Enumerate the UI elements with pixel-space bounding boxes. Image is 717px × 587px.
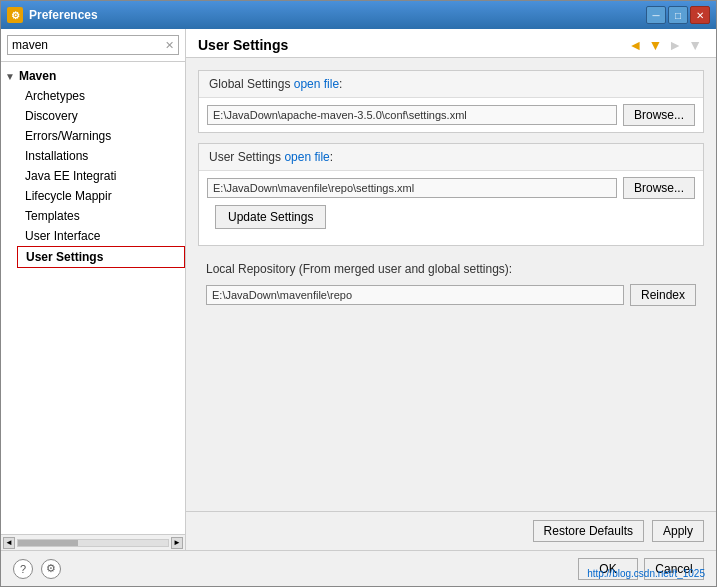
reindex-button[interactable]: Reindex [630,284,696,306]
scroll-right-arrow[interactable]: ► [171,537,183,549]
help-icon[interactable]: ? [13,559,33,579]
title-bar: ⚙ Preferences ─ □ ✕ [1,1,716,29]
tree-item-discovery[interactable]: Discovery [17,106,185,126]
tree-item-templates[interactable]: Templates [17,206,185,226]
tree-item-archetypes[interactable]: Archetypes [17,86,185,106]
restore-defaults-button[interactable]: Restore Defaults [533,520,644,542]
search-clear-icon[interactable]: ✕ [165,39,174,52]
window-bottom: ? ⚙ OK Cancel http://blog.csdn.net/t_102… [1,550,716,586]
tree-maven-parent[interactable]: ▼ Maven [1,66,185,86]
global-settings-header: Global Settings open file: [199,71,703,98]
window-title: Preferences [29,8,646,22]
panel-title: User Settings [198,37,288,53]
user-settings-open-link[interactable]: open file [284,150,329,164]
minimize-button[interactable]: ─ [646,6,666,24]
window-icon: ⚙ [7,7,23,23]
right-panel: User Settings ◄ ▼ ► ▼ Global Settings op… [186,29,716,550]
triangle-icon: ▼ [5,71,15,82]
global-settings-path: E:\JavaDown\apache-maven-3.5.0\conf\sett… [207,105,617,125]
global-settings-browse-button[interactable]: Browse... [623,104,695,126]
tree-item-installations[interactable]: Installations [17,146,185,166]
global-settings-open-link[interactable]: open file [294,77,339,91]
user-settings-suffix: : [330,150,333,164]
local-repo-section: Local Repository (From merged user and g… [198,256,704,314]
tree-children: Archetypes Discovery Errors/Warnings Ins… [1,86,185,268]
preferences-icon[interactable]: ⚙ [41,559,61,579]
sidebar: ✕ ▼ Maven Archetypes Discovery Errors/W [1,29,186,550]
local-repo-path: E:\JavaDown\mavenfile\repo [206,285,624,305]
search-wrapper: ✕ [7,35,179,55]
back-button[interactable]: ◄ [627,37,645,53]
user-settings-label: User Settings [209,150,284,164]
global-settings-row: E:\JavaDown\apache-maven-3.5.0\conf\sett… [199,98,703,132]
update-settings-button[interactable]: Update Settings [215,205,326,229]
update-settings-container: Update Settings [199,205,703,245]
tree-item-lifecycle[interactable]: Lifecycle Mappir [17,186,185,206]
user-settings-header: User Settings open file: [199,144,703,171]
tree: ▼ Maven Archetypes Discovery Errors/Warn… [1,62,185,534]
user-settings-row: E:\JavaDown\mavenfile\repo\settings.xml … [199,171,703,205]
close-button[interactable]: ✕ [690,6,710,24]
status-bar: http://blog.csdn.net/t_1025 [587,568,705,579]
preferences-window: ⚙ Preferences ─ □ ✕ ✕ ▼ Maven [0,0,717,587]
apply-button[interactable]: Apply [652,520,704,542]
tree-item-userinterface[interactable]: User Interface [17,226,185,246]
forward-button[interactable]: ► [666,37,684,53]
maximize-button[interactable]: □ [668,6,688,24]
forward-dropdown-button[interactable]: ▼ [686,37,704,53]
local-repo-header: Local Repository (From merged user and g… [198,256,704,280]
sidebar-scrollbar: ◄ ► [1,534,185,550]
tree-item-errors[interactable]: Errors/Warnings [17,126,185,146]
search-input[interactable] [12,38,165,52]
title-bar-controls: ─ □ ✕ [646,6,710,24]
main-content: ✕ ▼ Maven Archetypes Discovery Errors/W [1,29,716,550]
back-dropdown-button[interactable]: ▼ [646,37,664,53]
user-settings-section: User Settings open file: E:\JavaDown\mav… [198,143,704,246]
scroll-left-arrow[interactable]: ◄ [3,537,15,549]
tree-item-javaee[interactable]: Java EE Integrati [17,166,185,186]
panel-body: Global Settings open file: E:\JavaDown\a… [186,58,716,511]
scrollbar-thumb [18,540,78,546]
user-settings-browse-button[interactable]: Browse... [623,177,695,199]
local-repo-row: E:\JavaDown\mavenfile\repo Reindex [198,280,704,314]
search-box: ✕ [1,29,185,62]
panel-header: User Settings ◄ ▼ ► ▼ [186,29,716,58]
tree-maven-label: Maven [19,69,56,83]
bottom-bar: Restore Defaults Apply [186,511,716,550]
global-settings-suffix: : [339,77,342,91]
scrollbar-track[interactable] [17,539,169,547]
global-settings-label: Global Settings [209,77,294,91]
nav-arrows: ◄ ▼ ► ▼ [627,37,704,53]
bottom-left-icons: ? ⚙ [13,559,61,579]
global-settings-section: Global Settings open file: E:\JavaDown\a… [198,70,704,133]
tree-item-usersettings[interactable]: User Settings [17,246,185,268]
user-settings-path: E:\JavaDown\mavenfile\repo\settings.xml [207,178,617,198]
